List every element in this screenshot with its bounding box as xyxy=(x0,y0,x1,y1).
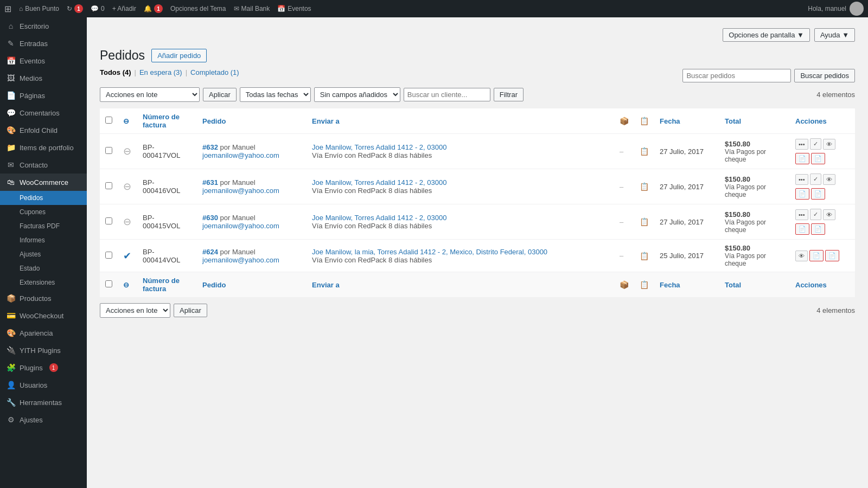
sidebar-item-productos[interactable]: 📦 Productos xyxy=(0,290,87,307)
ship-cell: Joe Manilow, Torres Adalid 1412 - 2, 030… xyxy=(307,169,614,204)
view-action-button[interactable]: 👁 xyxy=(823,209,835,220)
fields-filter-select[interactable]: Sin campos añadidos xyxy=(314,87,400,102)
pdf2-action-button[interactable]: 📄 xyxy=(811,188,825,200)
sidebar-item-yith[interactable]: 🔌 YITH Plugins xyxy=(0,342,87,359)
more-action-button[interactable]: ••• xyxy=(795,174,808,185)
mail-bank-link[interactable]: ✉ Mail Bank xyxy=(234,5,270,12)
col-order[interactable]: Pedido xyxy=(197,108,307,134)
sidebar-item-woocheckout[interactable]: 💳 WooCheckout xyxy=(0,307,87,324)
row-checkbox[interactable] xyxy=(105,182,112,189)
sidebar-item-entradas[interactable]: ✎ Entradas xyxy=(0,35,87,52)
complete-action-button[interactable]: ✓ xyxy=(810,174,821,185)
screen-options-button[interactable]: Opciones de pantalla ▼ xyxy=(723,28,810,42)
filter-en-espera[interactable]: En espera (3) xyxy=(139,68,182,76)
sidebar-item-escritorio[interactable]: ⌂ Escritorio xyxy=(0,17,87,35)
pdf2-action-button[interactable]: 📄 xyxy=(811,223,825,235)
col-date[interactable]: Fecha xyxy=(654,108,719,134)
date-filter-select[interactable]: Todas las fechas Julio 2017 xyxy=(240,87,311,102)
sidebar-item-woocommerce[interactable]: 🛍 WooCommerce xyxy=(0,174,87,191)
row-checkbox[interactable] xyxy=(105,252,112,259)
note-icon: 📋 xyxy=(640,117,649,125)
sidebar-item-eventos[interactable]: 📅 Eventos xyxy=(0,52,87,69)
sidebar-item-contacto[interactable]: ✉ Contacto xyxy=(0,156,87,174)
bulk-action-wrap: Acciones en lote Marcar como En espera M… xyxy=(100,87,200,102)
complete-action-button[interactable]: ✓ xyxy=(810,138,821,150)
pdf-action-button[interactable]: 📄 xyxy=(795,188,809,200)
sidebar-item-paginas[interactable]: 📄 Páginas xyxy=(0,87,87,104)
col-ship: Enviar a xyxy=(307,108,614,134)
view-action-button[interactable]: 👁 xyxy=(795,251,808,261)
sidebar-item-portfolio[interactable]: 📁 Items de portfolio xyxy=(0,139,87,156)
notifications-link[interactable]: 🔔 1 xyxy=(144,4,163,13)
sidebar-item-enfold-child[interactable]: 🎨 Enfold Child xyxy=(0,121,87,139)
bulk-apply-button[interactable]: Aplicar xyxy=(203,88,237,101)
updates-link[interactable]: ↻ 1 xyxy=(67,4,83,13)
search-orders-input[interactable] xyxy=(682,69,791,82)
site-name[interactable]: ⌂ Buen Punto xyxy=(19,5,59,12)
sidebar-sub-extensiones[interactable]: Extensiones xyxy=(0,275,87,290)
col-checkbox xyxy=(100,108,118,134)
sidebar-label: WooCommerce xyxy=(20,178,68,187)
status-pending-icon: ⊖ xyxy=(123,216,131,227)
screen-options-bar: Opciones de pantalla ▼ Ayuda ▼ xyxy=(100,28,855,42)
sidebar-item-usuarios[interactable]: 👤 Usuarios xyxy=(0,376,87,394)
more-action-button[interactable]: ••• xyxy=(795,209,808,220)
pdf-action-button[interactable]: 📄 xyxy=(809,250,824,261)
order-link[interactable]: #630 xyxy=(202,214,218,222)
sidebar-label: YITH Plugins xyxy=(20,346,61,355)
bottom-apply-button[interactable]: Aplicar xyxy=(174,304,207,317)
help-button[interactable]: Ayuda ▼ xyxy=(814,28,855,42)
order-link[interactable]: #631 xyxy=(202,178,218,187)
row-checkbox[interactable] xyxy=(105,217,112,224)
sidebar-item-plugins[interactable]: 🧩 Plugins 1 xyxy=(0,359,87,376)
order-cell: #631 por Manuel joemanilow@yahoo.com xyxy=(197,169,307,204)
bulk-action-select[interactable]: Acciones en lote Marcar como En espera M… xyxy=(100,87,200,102)
sidebar-item-herramientas[interactable]: 🔧 Herramientas xyxy=(0,394,87,411)
pdf2-action-button[interactable]: 📄 xyxy=(825,250,839,261)
top-search: Buscar pedidos xyxy=(682,69,855,82)
add-new-link[interactable]: + Añadir xyxy=(112,5,136,12)
sidebar-sub-ajustes[interactable]: Ajustes xyxy=(0,247,87,261)
products-icon: 📦 xyxy=(7,294,15,303)
bottom-bulk-select[interactable]: Acciones en lote xyxy=(100,303,170,318)
more-action-button[interactable]: ••• xyxy=(795,139,808,150)
filter-button[interactable]: Filtrar xyxy=(494,88,524,101)
avatar xyxy=(850,2,864,16)
sidebar-item-comentarios[interactable]: 💬 Comentarios xyxy=(0,104,87,121)
pdf2-action-button[interactable]: 📄 xyxy=(811,153,825,164)
plugin-icon: 🧩 xyxy=(7,363,15,372)
select-all-checkbox[interactable] xyxy=(105,117,112,124)
filter-todos[interactable]: Todos (4) xyxy=(100,68,131,76)
sidebar-item-apariencia[interactable]: 🎨 Apariencia xyxy=(0,324,87,342)
view-action-button[interactable]: 👁 xyxy=(823,139,835,150)
pdf-action-button[interactable]: 📄 xyxy=(795,153,809,164)
view-action-button[interactable]: 👁 xyxy=(823,174,835,185)
select-all-bottom-checkbox[interactable] xyxy=(105,280,112,287)
sidebar-item-medios[interactable]: 🖼 Medios xyxy=(0,69,87,87)
comments-link[interactable]: 💬 0 xyxy=(91,5,105,12)
wp-logo[interactable]: ⊞ xyxy=(4,4,11,14)
theme-options-link[interactable]: Opciones del Tema xyxy=(170,5,226,12)
filter-row: Todos (4) | En espera (3) | Completado (… xyxy=(100,68,855,83)
sidebar-sub-pedidos[interactable]: Pedidos xyxy=(0,191,87,205)
sidebar-sub-estado[interactable]: Estado xyxy=(0,261,87,275)
filter-completado[interactable]: Completado (1) xyxy=(190,68,239,76)
row-checkbox[interactable] xyxy=(105,147,112,154)
sidebar-item-ajustes[interactable]: ⚙ Ajustes xyxy=(0,411,87,428)
order-link[interactable]: #632 xyxy=(202,143,218,151)
search-orders-button[interactable]: Buscar pedidos xyxy=(794,69,855,82)
sidebar-sub-informes[interactable]: Informes xyxy=(0,233,87,247)
add-order-button[interactable]: Añadir pedido xyxy=(151,49,207,62)
top-bar-right: Hola, manuel xyxy=(808,2,864,16)
pdf-action-button[interactable]: 📄 xyxy=(795,223,809,235)
yith-icon: 🔌 xyxy=(7,346,15,355)
customer-search-input[interactable] xyxy=(404,88,490,101)
bottom-toolbar: Acciones en lote Aplicar 4 elementos xyxy=(100,303,855,318)
sidebar-sub-cupones[interactable]: Cupones xyxy=(0,205,87,219)
col-total[interactable]: Total xyxy=(719,108,790,134)
order-link[interactable]: #624 xyxy=(202,248,218,256)
bell-icon: 🔔 xyxy=(144,5,152,12)
eventos-link[interactable]: 📅 Eventos xyxy=(277,5,311,12)
complete-action-button[interactable]: ✓ xyxy=(810,209,821,220)
sidebar-sub-facturas[interactable]: Facturas PDF xyxy=(0,219,87,233)
